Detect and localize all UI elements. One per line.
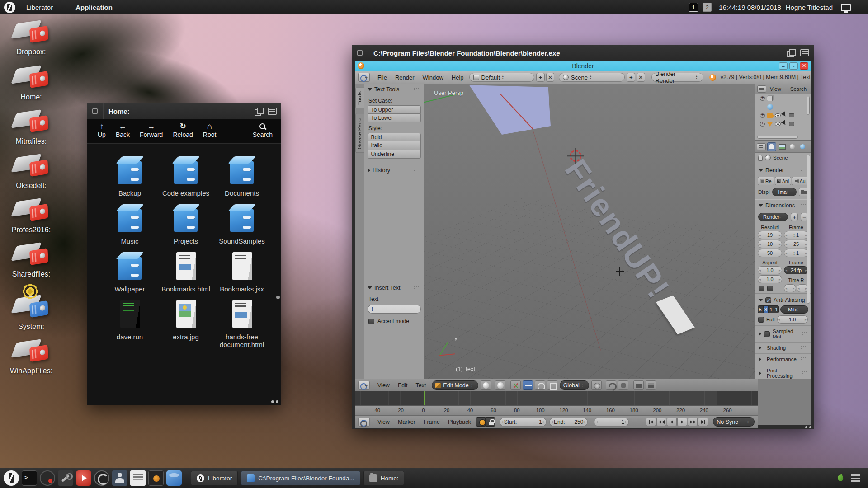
add-layout-button[interactable]: +	[536, 73, 545, 82]
file-item[interactable]: Wallpaper	[102, 251, 158, 293]
file-item[interactable]: dave.run	[102, 299, 158, 348]
accent-mode-checkbox[interactable]: Accent mode	[364, 314, 424, 329]
desktop-drive[interactable]: Profes2016:	[6, 196, 56, 234]
depth-toggle-icon[interactable]	[787, 49, 796, 56]
topbar-menu-item[interactable]: Application	[69, 4, 119, 11]
editor-type-icon[interactable]	[358, 73, 370, 82]
prev-keyframe-button[interactable]	[656, 418, 666, 426]
workspace-1-button[interactable]: 1	[689, 3, 698, 12]
tab-world[interactable]	[798, 142, 807, 151]
viewport-3d[interactable]: FriendUP! User Persp y (1) Text	[424, 84, 755, 379]
style-button[interactable]: Italic	[368, 141, 421, 150]
collapsed-panel-header[interactable]: Sampled Mot	[755, 325, 811, 342]
media-red-icon[interactable]	[76, 470, 91, 486]
reload-button[interactable]: Reload	[169, 122, 197, 139]
proportional-edit-button[interactable]	[591, 380, 602, 390]
taskbar-window-button[interactable]: Liberator	[191, 471, 238, 485]
file-item[interactable]: extra.jpg	[158, 299, 214, 348]
full-sample-checkbox-icon[interactable]	[758, 317, 764, 323]
frame-end-field[interactable]: 25	[784, 240, 808, 248]
frame-step-field[interactable]: : 1	[784, 249, 808, 257]
resolution-y-field[interactable]: 10	[758, 240, 782, 248]
friend-logo-icon[interactable]	[4, 2, 15, 13]
aspect-x-field[interactable]: 1.0	[758, 266, 782, 274]
desktop-drive[interactable]: Sharedfiles:	[6, 240, 56, 278]
aa-sample-button[interactable]: 1	[774, 305, 779, 313]
desktop-drive[interactable]: Dropbox:	[6, 18, 56, 56]
screens-icon[interactable]	[841, 4, 851, 11]
menu-item[interactable]: Help	[448, 74, 468, 81]
case-button[interactable]: To Upper	[368, 105, 421, 114]
menu-item[interactable]: File	[373, 74, 391, 81]
translate-manipulator-button[interactable]	[523, 380, 533, 390]
fps-dropdown[interactable]: 24 fp	[784, 266, 808, 274]
window-menu-icon[interactable]	[92, 108, 98, 114]
wine-app-icon[interactable]	[166, 470, 182, 486]
tab-render-layers[interactable]	[778, 142, 787, 151]
aa-sample-button[interactable]: 5	[758, 305, 763, 313]
terminal-icon[interactable]	[22, 470, 37, 486]
friend-logo-icon[interactable]	[4, 470, 19, 486]
up-button[interactable]: Up	[94, 122, 110, 139]
expand-icon[interactable]	[760, 113, 765, 118]
root-button[interactable]: Root	[199, 122, 221, 139]
menu-item[interactable]: Text	[411, 382, 430, 389]
expand-icon[interactable]	[760, 96, 765, 101]
file-item[interactable]: Music	[102, 203, 158, 245]
tray-menu-icon[interactable]	[851, 474, 860, 482]
selectable-icon[interactable]	[781, 120, 789, 128]
playhead[interactable]	[424, 391, 425, 405]
resize-grip[interactable]	[271, 400, 278, 403]
aa-sample-button[interactable]: 8	[763, 305, 769, 313]
pin-icon[interactable]	[758, 155, 763, 161]
desktop-drive[interactable]: Oksedelt:	[6, 152, 56, 190]
desktop-drive[interactable]: WinAppFiles:	[6, 337, 56, 375]
view3d-editor-icon[interactable]	[358, 381, 370, 390]
collapsed-panel-header[interactable]: Performance	[755, 353, 811, 365]
expand-icon[interactable]	[760, 122, 765, 127]
timeline-ruler[interactable]: -40-200204060801001201401601802002202402…	[355, 405, 758, 415]
file-item[interactable]: SoundSamples	[214, 203, 270, 245]
documents-icon[interactable]	[130, 470, 146, 486]
preset-dropdown[interactable]: Render▴ ▾	[758, 213, 788, 221]
menu-item[interactable]: Playback	[444, 419, 475, 425]
timeline-editor-icon[interactable]	[358, 418, 370, 427]
properties-scrollbar[interactable]	[807, 155, 810, 304]
menu-item[interactable]: Frame	[420, 419, 444, 425]
file-item[interactable]: Projects	[158, 203, 214, 245]
scene-selector[interactable]: Scene ▴ ▾	[559, 73, 625, 82]
selectable-icon[interactable]	[781, 111, 789, 119]
play-button[interactable]	[677, 418, 687, 426]
file-item[interactable]: Backup	[102, 155, 158, 197]
desktop-drive[interactable]: Mitrafiles:	[6, 108, 56, 145]
lock-button[interactable]	[486, 417, 495, 427]
aa-filter-dropdown[interactable]: Mitc▴ ▾	[780, 305, 808, 314]
snap-magnet-button[interactable]	[606, 380, 616, 390]
style-button[interactable]: Underline	[368, 150, 421, 159]
menu-item[interactable]: Render	[391, 74, 419, 81]
blender-titlebar[interactable]: Blender – ▫ ✕	[355, 61, 811, 71]
outliner-row-camera[interactable]	[755, 111, 811, 120]
properties-editor-icon[interactable]	[757, 143, 766, 150]
menu-item[interactable]: Window	[419, 74, 448, 81]
outliner-row[interactable]	[755, 103, 811, 111]
case-button[interactable]: To Lower	[368, 114, 421, 122]
file-item[interactable]: Documents	[214, 155, 270, 197]
tools-icon[interactable]	[58, 470, 73, 486]
opengl-render-button[interactable]	[633, 380, 644, 390]
outliner-editor-icon[interactable]	[757, 85, 766, 93]
insert-text-panel-header[interactable]: Insert Text	[364, 282, 424, 293]
file-item[interactable]: hands-free document.html	[214, 299, 270, 348]
maximize-button[interactable]: ▫	[789, 62, 798, 70]
tab-tools[interactable]: Tools	[355, 88, 364, 108]
add-preset-button[interactable]: +	[791, 213, 798, 221]
resolution-percent-slider[interactable]: 50	[758, 249, 782, 257]
menu-item[interactable]: View	[373, 419, 394, 425]
outliner-menu-view[interactable]: View	[770, 86, 781, 92]
filemanager-titlebar[interactable]: Home:	[87, 103, 281, 119]
workspace-2-button[interactable]: 2	[703, 3, 712, 12]
insert-text-input[interactable]	[368, 305, 421, 314]
blender-outer-titlebar[interactable]: C:\Program Files\Blender Foundation\Blen…	[352, 45, 814, 61]
timeline-band[interactable]	[355, 391, 758, 405]
desktop-drive[interactable]: Home:	[6, 63, 56, 101]
